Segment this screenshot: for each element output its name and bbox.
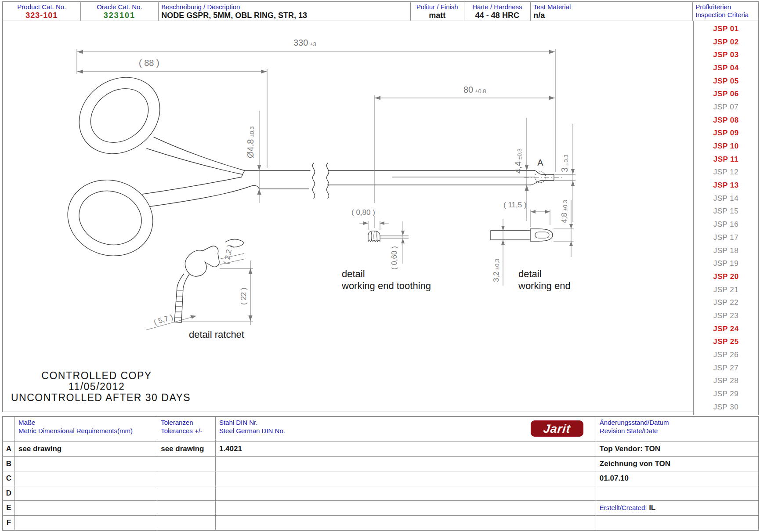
revision-header-cell: Änderungsstand/Datum Revision State/Date xyxy=(596,417,758,442)
inspection-criteria-item: JSP 15 xyxy=(694,205,758,218)
tolerances-value-cell: see drawing xyxy=(157,442,216,457)
title-block-header-row: Maße Metric Dimensional Requirements(mm)… xyxy=(3,417,758,442)
masse-value-cell xyxy=(15,501,157,516)
inspection-criteria-item: JSP 13 xyxy=(694,179,758,192)
revision-label-de: Änderungsstand/Datum xyxy=(600,418,755,427)
tolerances-value-cell xyxy=(157,471,216,486)
steel-header-cell: Stahl DIN Nr. Steel German DIN No. Jarit xyxy=(216,417,596,442)
row-letter-cell: D xyxy=(3,486,15,501)
title-block-row: D xyxy=(3,486,758,501)
masse-value-cell xyxy=(15,486,157,501)
masse-value: see drawing xyxy=(18,445,62,453)
inspection-criteria-header-cell: Prüfkriterien Inspection Criteria xyxy=(693,2,758,21)
title-block-row: B Zeichnung von TON xyxy=(3,457,758,472)
masse-label-en: Metric Dimensional Requirements(mm) xyxy=(18,427,153,435)
title-block-row: E Erstellt/Created: IL xyxy=(3,501,758,516)
steel-value-cell: 1.4021 xyxy=(216,442,596,457)
revision-value-cell xyxy=(596,516,758,531)
hardness-cell: Härte / Hardness 44 - 48 HRC xyxy=(464,2,531,21)
inspection-criteria-item: JSP 14 xyxy=(694,192,758,205)
finish-value: matt xyxy=(413,11,461,20)
inspection-criteria-item: JSP 23 xyxy=(694,309,758,322)
title-block-row: F xyxy=(3,516,758,531)
row-letter: B xyxy=(6,460,11,468)
masse-value-cell xyxy=(15,516,157,531)
inspection-criteria-item: JSP 11 xyxy=(694,153,758,166)
tolerances-header-cell: Toleranzen Tolerances +/- xyxy=(157,417,216,442)
tolerances-label-en: Tolerances +/- xyxy=(161,427,212,435)
product-cat-label: Product Cat. No. xyxy=(6,3,78,11)
controlled-copy-stamp: CONTROLLED COPY 11/05/2012 UNCONTROLLED … xyxy=(11,370,182,403)
description-label: Beschreibung / Description xyxy=(161,3,408,11)
tolerances-value-cell xyxy=(157,516,216,531)
row-letter: F xyxy=(7,518,11,527)
title-header-row: Product Cat. No. 323-101 Oracle Cat. No.… xyxy=(2,1,759,22)
oracle-cat-label: Oracle Cat. No. xyxy=(83,3,156,11)
revision-value-cell: Top Vendor: TON xyxy=(596,442,758,457)
inspection-criteria-label-en: Inspection Criteria xyxy=(695,11,756,19)
row-letter-cell: F xyxy=(3,516,15,531)
inspection-criteria-item: JSP 20 xyxy=(694,270,758,283)
inspection-criteria-item: JSP 10 xyxy=(694,140,758,153)
row-letter-cell: E xyxy=(3,501,15,516)
row-letter: A xyxy=(6,445,11,453)
inspection-criteria-item: JSP 16 xyxy=(694,218,758,231)
product-cat-cell: Product Cat. No. 323-101 xyxy=(3,2,81,21)
inspection-criteria-item: JSP 19 xyxy=(694,257,758,270)
masse-value-cell: see drawing xyxy=(15,442,157,457)
inspection-criteria-item: JSP 12 xyxy=(694,166,758,179)
revision-entry-label: Erstellt/Created: xyxy=(600,504,647,511)
inspection-criteria-item: JSP 29 xyxy=(694,387,758,401)
tolerances-value-cell xyxy=(157,501,216,516)
steel-value-cell xyxy=(216,486,596,501)
inspection-criteria-item: JSP 09 xyxy=(694,127,758,140)
title-block: Maße Metric Dimensional Requirements(mm)… xyxy=(2,416,759,531)
stamp-line-1: CONTROLLED COPY xyxy=(11,370,182,381)
revision-value-cell xyxy=(596,486,758,501)
revision-value-cell: Erstellt/Created: IL xyxy=(596,501,758,516)
row-letter-cell: B xyxy=(3,457,15,472)
tolerances-value-cell xyxy=(157,486,216,501)
row-letter-header-cell xyxy=(3,417,15,442)
stamp-line-3: UNCONTROLLED AFTER 30 DAYS xyxy=(11,392,182,403)
inspection-criteria-item: JSP 21 xyxy=(694,283,758,297)
inspection-criteria-item: JSP 03 xyxy=(694,48,758,62)
finish-label: Politur / Finish xyxy=(413,3,461,11)
inspection-criteria-item: JSP 01 xyxy=(694,22,758,36)
row-letter-cell: A xyxy=(3,442,15,457)
oracle-cat-cell: Oracle Cat. No. 323101 xyxy=(81,2,159,21)
hardness-value: 44 - 48 HRC xyxy=(467,11,528,20)
inspection-criteria-item: JSP 25 xyxy=(694,336,758,349)
inspection-criteria-item: JSP 27 xyxy=(694,362,758,375)
steel-value-cell xyxy=(216,471,596,486)
steel-value: 1.4021 xyxy=(219,445,242,453)
hardness-label: Härte / Hardness xyxy=(467,3,528,11)
inspection-criteria-item: JSP 26 xyxy=(694,348,758,362)
inspection-criteria-item: JSP 28 xyxy=(694,375,758,388)
revision-label-en: Revision State/Date xyxy=(600,427,755,435)
title-block-row: A see drawing see drawing 1.4021 Top Ven… xyxy=(3,442,758,457)
inspection-criteria-item: JSP 05 xyxy=(694,75,758,88)
revision-entry-value: IL xyxy=(649,503,655,512)
inspection-criteria-item: JSP 07 xyxy=(694,101,758,114)
row-letter-cell: C xyxy=(3,471,15,486)
tolerances-value-cell xyxy=(157,457,216,472)
row-letter: C xyxy=(6,474,11,482)
revision-entry-value: Zeichnung von TON xyxy=(600,460,670,468)
inspection-criteria-label-de: Prüfkriterien xyxy=(695,3,756,11)
inspection-criteria-item: JSP 24 xyxy=(694,322,758,336)
stamp-line-2: 11/05/2012 xyxy=(11,381,182,392)
finish-cell: Politur / Finish matt xyxy=(411,2,464,21)
tolerances-value: see drawing xyxy=(161,445,204,453)
steel-value-cell xyxy=(216,501,596,516)
test-material-label: Test Material xyxy=(533,3,690,11)
revision-entry-value: Top Vendor: TON xyxy=(600,445,660,453)
jarit-logo: Jarit xyxy=(531,420,583,437)
row-letter: E xyxy=(6,503,11,512)
oracle-cat-value: 323101 xyxy=(83,11,156,20)
title-block-row: C 01.07.10 xyxy=(3,471,758,486)
inspection-criteria-item: JSP 06 xyxy=(694,87,758,101)
inspection-criteria-item: JSP 18 xyxy=(694,244,758,257)
title-block-rows: A see drawing see drawing 1.4021 Top Ven… xyxy=(3,442,758,531)
product-cat-value: 323-101 xyxy=(6,11,78,20)
